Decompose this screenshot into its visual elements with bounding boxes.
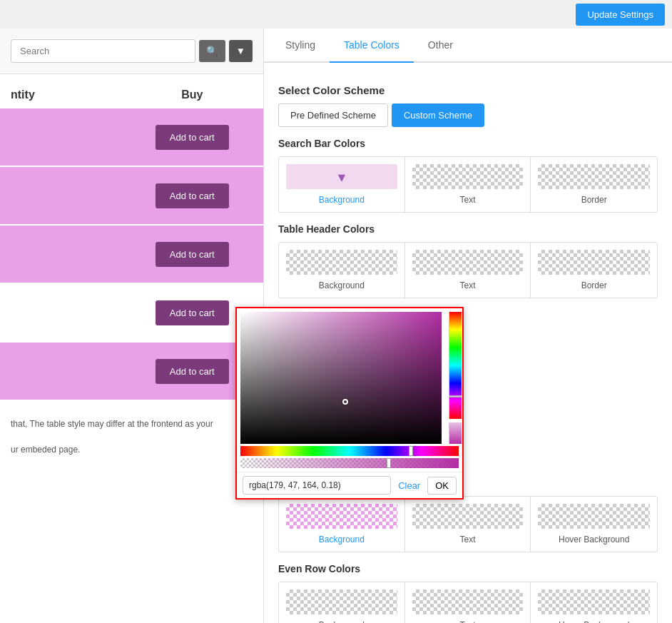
table-header-color-grid: Background Text Border xyxy=(278,242,658,298)
quantity-header: ntity xyxy=(11,88,132,101)
even-row-text-label: Text xyxy=(412,620,524,623)
select-color-scheme-title: Select Color Scheme xyxy=(278,84,658,96)
header-border-label: Border xyxy=(538,280,650,290)
tab-table-colors[interactable]: Table Colors xyxy=(330,29,414,63)
header-bg-cell[interactable]: Background xyxy=(279,243,405,298)
alpha-bar[interactable] xyxy=(240,458,459,468)
tab-other[interactable]: Other xyxy=(414,29,467,63)
search-bar-border-swatch xyxy=(538,164,650,189)
even-row-text-cell[interactable]: Text xyxy=(405,582,531,623)
search-bar-text-swatch xyxy=(412,164,524,189)
search-bar-bg-cell[interactable]: ▾ Background xyxy=(279,157,405,212)
tab-styling[interactable]: Styling xyxy=(271,29,330,63)
search-bar-bg-swatch: ▾ xyxy=(286,164,397,189)
buy-col: Add to cart xyxy=(132,300,253,325)
picker-cursor xyxy=(342,399,348,405)
hue-indicator xyxy=(449,395,462,397)
buy-col: Add to cart xyxy=(132,242,253,267)
top-bar: Update Settings xyxy=(0,0,672,29)
table-header-colors-title: Table Header Colors xyxy=(278,223,658,235)
product-header: ntity Buy xyxy=(0,81,263,108)
odd-row-text-swatch xyxy=(412,504,524,529)
header-border-swatch xyxy=(538,250,650,275)
header-text-label: Text xyxy=(412,280,524,290)
odd-row-text-cell[interactable]: Text xyxy=(405,497,531,552)
search-bar-border-label: Border xyxy=(538,195,650,205)
alpha-fill xyxy=(240,458,459,468)
hue-bar[interactable] xyxy=(240,446,459,456)
hue-bar-thumb xyxy=(409,446,413,456)
even-row-bg-swatch xyxy=(286,589,397,614)
search-input[interactable] xyxy=(11,39,195,63)
picker-gradient-area xyxy=(240,312,462,444)
product-row: Add to cart xyxy=(0,343,263,400)
header-text-cell[interactable]: Text xyxy=(405,243,531,298)
header-text-swatch xyxy=(412,250,524,275)
dropdown-button[interactable]: ▼ xyxy=(229,40,253,62)
search-bar-text-label: Text xyxy=(412,195,524,205)
odd-row-bg-label: Background xyxy=(286,535,397,545)
even-row-bg-label: Background xyxy=(286,620,397,623)
buy-col: Add to cart xyxy=(132,183,253,208)
hue-slider[interactable] xyxy=(449,312,462,419)
product-row: Add to cart xyxy=(0,167,263,224)
even-row-bg-cell[interactable]: Background xyxy=(279,582,405,623)
buy-col: Add to cart xyxy=(132,125,253,150)
pre-defined-scheme-button[interactable]: Pre Defined Scheme xyxy=(278,103,388,127)
picker-input-row: Clear OK xyxy=(237,472,462,498)
search-row: 🔍 ▼ xyxy=(11,39,253,63)
header-bg-label: Background xyxy=(286,280,397,290)
product-row: Add to cart xyxy=(0,226,263,283)
even-row-hover-swatch xyxy=(538,589,650,614)
color-value-input[interactable] xyxy=(243,476,391,495)
chevron-down-icon: ▼ xyxy=(236,46,245,56)
even-row-text-swatch xyxy=(412,589,524,614)
even-row-section: Even Row Colors Background Text Hover Ba… xyxy=(278,563,658,623)
search-bar-border-cell[interactable]: Border xyxy=(531,157,657,212)
product-row: Add to cart xyxy=(0,284,263,341)
add-to-cart-button[interactable]: Add to cart xyxy=(156,183,229,208)
even-row-title: Even Row Colors xyxy=(278,563,658,574)
tabs: Styling Table Colors Other xyxy=(264,29,672,63)
left-panel: 🔍 ▼ ntity Buy Add to cart Add to cart xyxy=(0,29,264,623)
header-border-cell[interactable]: Border xyxy=(531,243,657,298)
picker-clear-button[interactable]: Clear xyxy=(394,478,424,493)
search-button[interactable]: 🔍 xyxy=(199,40,225,62)
picker-ok-button[interactable]: OK xyxy=(427,477,457,495)
search-bar-text-cell[interactable]: Text xyxy=(405,157,531,212)
buy-header: Buy xyxy=(132,88,253,101)
product-row: Add to cart xyxy=(0,108,263,166)
update-settings-button[interactable]: Update Settings xyxy=(576,4,665,26)
picker-saturation-panel[interactable] xyxy=(240,312,442,444)
odd-row-bg-swatch xyxy=(286,504,397,529)
buy-col: Add to cart xyxy=(132,359,253,384)
footer-text: that, The table style may differ at the … xyxy=(0,407,263,467)
search-icon: 🔍 xyxy=(206,46,218,56)
header-bg-swatch xyxy=(286,250,397,275)
product-area: ntity Buy Add to cart Add to cart Add to… xyxy=(0,74,263,407)
alpha-vertical-slider[interactable] xyxy=(449,422,462,444)
custom-scheme-button[interactable]: Custom Scheme xyxy=(392,103,484,127)
odd-row-hover-cell[interactable]: Hover Background xyxy=(531,497,657,552)
odd-row-hover-label: Hover Background xyxy=(538,535,650,545)
darkness-gradient xyxy=(240,312,442,444)
even-row-hover-cell[interactable]: Hover Background xyxy=(531,582,657,623)
add-to-cart-button[interactable]: Add to cart xyxy=(156,300,229,325)
search-area: 🔍 ▼ xyxy=(0,29,263,74)
odd-row-text-label: Text xyxy=(412,535,524,545)
add-to-cart-button[interactable]: Add to cart xyxy=(156,242,229,267)
search-bar-color-grid: ▾ Background Text Border xyxy=(278,156,658,213)
scheme-row: Pre Defined Scheme Custom Scheme xyxy=(278,103,658,127)
even-row-color-grid: Background Text Hover Background xyxy=(278,582,658,623)
search-bar-bg-label: Background xyxy=(286,195,397,205)
add-to-cart-button[interactable]: Add to cart xyxy=(156,359,229,384)
add-to-cart-button[interactable]: Add to cart xyxy=(156,125,229,150)
odd-row-color-grid: Background Text Hover Background xyxy=(278,496,658,552)
search-bar-colors-title: Search Bar Colors xyxy=(278,138,658,149)
even-row-hover-label: Hover Background xyxy=(538,620,650,623)
alpha-bar-thumb xyxy=(387,458,391,468)
odd-row-hover-swatch xyxy=(538,504,650,529)
color-picker: Clear OK xyxy=(235,307,464,500)
odd-row-bg-cell[interactable]: Background xyxy=(279,497,405,552)
